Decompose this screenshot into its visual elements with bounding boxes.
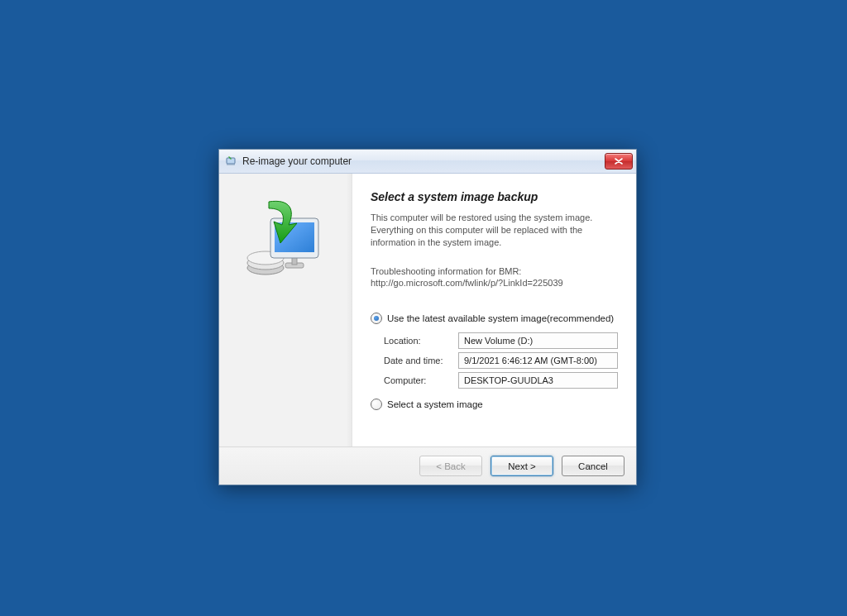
window-title: Re-image your computer [242,155,600,167]
reimage-dialog: Re-image your computer [218,149,637,485]
radio-icon [371,399,382,410]
next-button[interactable]: Next > [490,456,553,476]
page-description: This computer will be restored using the… [371,212,618,249]
detail-row-computer: Computer: DESKTOP-GUUDLA3 [384,372,618,389]
radio-icon [371,313,382,324]
radio-use-latest[interactable]: Use the latest available system image(re… [371,313,618,324]
restore-illustration-icon [236,197,335,446]
titlebar[interactable]: Re-image your computer [219,150,636,174]
svg-rect-1 [227,164,235,165]
radio-use-latest-label: Use the latest available system image(re… [387,313,614,323]
window-icon [224,155,237,168]
location-label: Location: [384,336,458,346]
computer-label: Computer: [384,375,458,385]
datetime-value: 9/1/2021 6:46:12 AM (GMT-8:00) [458,352,618,369]
wizard-footer: < Back Next > Cancel [219,446,636,485]
wizard-content: Select a system image backup This comput… [352,174,636,446]
computer-value: DESKTOP-GUUDLA3 [458,372,618,389]
troubleshoot-info: Troubleshooting information for BMR: htt… [371,265,618,290]
troubleshoot-label: Troubleshooting information for BMR: [371,266,521,276]
latest-image-details: Location: New Volume (D:) Date and time:… [384,332,618,389]
back-button: < Back [419,456,482,476]
cancel-button[interactable]: Cancel [562,456,624,476]
radio-select-image-label: Select a system image [387,399,483,409]
location-value: New Volume (D:) [458,332,618,349]
wizard-sidebar [219,174,352,446]
detail-row-location: Location: New Volume (D:) [384,332,618,349]
close-button[interactable] [605,153,633,170]
datetime-label: Date and time: [384,356,458,365]
troubleshoot-link: http://go.microsoft.com/fwlink/p/?LinkId… [371,278,563,288]
dialog-body: Select a system image backup This comput… [219,174,636,446]
page-heading: Select a system image backup [371,190,618,203]
radio-select-image[interactable]: Select a system image [371,399,618,410]
detail-row-datetime: Date and time: 9/1/2021 6:46:12 AM (GMT-… [384,352,618,369]
